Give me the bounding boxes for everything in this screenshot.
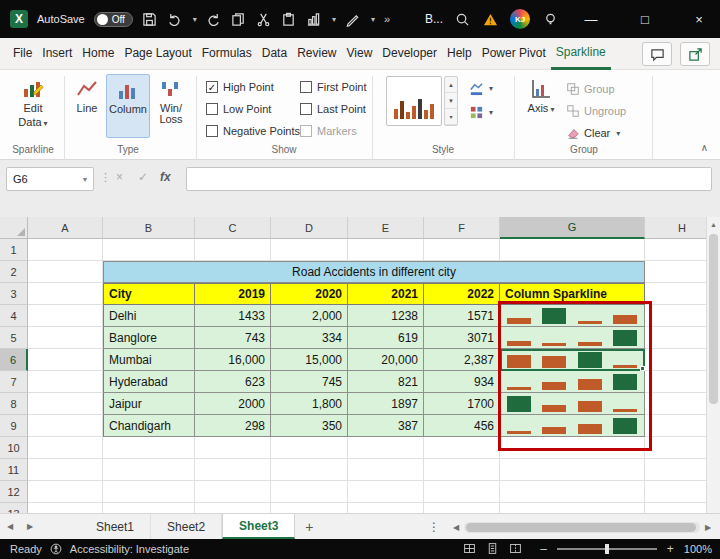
cell-value-D6[interactable]: 15,000 [271,349,348,371]
column-header-G[interactable]: G [500,217,645,239]
sheet-tab-sheet2[interactable]: Sheet2 [151,514,222,539]
accessibility-status[interactable]: Accessibility: Investigate [70,543,189,555]
cell-value-C6[interactable]: 16,000 [195,349,271,371]
redo-icon[interactable] [206,11,222,27]
zoom-level[interactable]: 100% [684,543,712,555]
paste-icon[interactable] [281,11,297,27]
page-break-view-icon[interactable] [509,542,522,557]
cell-city-Chandigarh[interactable]: Chandigarh [103,415,195,437]
cell-G12[interactable] [500,481,645,503]
header-column-sparkline[interactable]: Column Sparkline [500,283,645,305]
cell-C1[interactable] [195,239,271,261]
cell-sparkline-Hyderabad[interactable] [500,371,645,393]
vertical-scroll-thumb[interactable] [709,234,718,404]
cell-value-E9[interactable]: 387 [348,415,424,437]
cell-value-D8[interactable]: 1,800 [271,393,348,415]
zoom-out-icon[interactable]: – [540,542,547,556]
line-sparkline-button[interactable]: Line [70,74,104,138]
header-year-2022[interactable]: 2022 [424,283,500,305]
cell-B12[interactable] [103,481,195,503]
zoom-slider[interactable] [557,548,657,550]
sheet-nav-prev-icon[interactable]: ◀ [0,514,20,539]
cell-A9[interactable] [28,415,103,437]
tab-formulas[interactable]: Formulas [197,38,257,70]
column-sparkline-button[interactable]: Column [106,74,150,138]
cell-city-Delhi[interactable]: Delhi [103,305,195,327]
sheet-nav-next-icon[interactable]: ▶ [20,514,40,539]
cell-A1[interactable] [28,239,103,261]
cell-C10[interactable] [195,437,271,459]
autosave-toggle[interactable]: Off [94,12,133,27]
cell-G11[interactable] [500,459,645,481]
worksheet-grid[interactable]: ABCDEFGH 12Road Accidents in different c… [0,217,720,513]
tab-review[interactable]: Review [292,38,341,70]
comments-button[interactable] [642,42,672,66]
warning-icon[interactable] [482,11,498,27]
cell-A12[interactable] [28,481,103,503]
cell-value-F9[interactable]: 456 [424,415,500,437]
scroll-left-icon[interactable]: ◀ [450,523,462,532]
vertical-scrollbar[interactable]: ▲ [706,217,720,513]
tab-view[interactable]: View [342,38,378,70]
cell-A6[interactable] [28,349,103,371]
gallery-more-icon[interactable]: ▾ [445,109,457,125]
cell-E11[interactable] [348,459,424,481]
scroll-up-icon[interactable]: ▲ [707,217,720,232]
cell-A7[interactable] [28,371,103,393]
cell-city-Banglore[interactable]: Banglore [103,327,195,349]
cell-G10[interactable] [500,437,645,459]
cell-value-F6[interactable]: 2,387 [424,349,500,371]
cell-A2[interactable] [28,261,103,283]
cell-C12[interactable] [195,481,271,503]
minimize-button[interactable]: — [570,0,612,38]
cancel-formula-icon[interactable]: × [116,170,123,184]
page-layout-view-icon[interactable] [486,542,499,557]
header-city[interactable]: City [103,283,195,305]
cell-E12[interactable] [348,481,424,503]
cell-A3[interactable] [28,283,103,305]
cell-value-C4[interactable]: 1433 [195,305,271,327]
row-header-7[interactable]: 7 [0,371,28,393]
cell-D12[interactable] [271,481,348,503]
cell-value-D5[interactable]: 334 [271,327,348,349]
header-year-2019[interactable]: 2019 [195,283,271,305]
cell-G1[interactable] [500,239,645,261]
cell-sparkline-Chandigarh[interactable] [500,415,645,437]
cell-sparkline-Jaipur[interactable] [500,393,645,415]
undo-caret-icon[interactable]: ▾ [193,15,197,24]
row-header-13[interactable]: 13 [0,503,28,513]
cell-value-D4[interactable]: 2,000 [271,305,348,327]
cell-value-C7[interactable]: 623 [195,371,271,393]
cell-C11[interactable] [195,459,271,481]
zoom-slider-thumb[interactable] [605,544,609,554]
select-all-corner[interactable] [0,217,28,239]
cell-C13[interactable] [195,503,271,513]
sparkline-color-button[interactable]: ▾ [466,78,496,98]
fill-handle[interactable] [640,366,645,371]
tab-insert[interactable]: Insert [37,38,77,70]
sheet-more-icon[interactable]: ⋮ [428,514,440,540]
cut-icon[interactable] [256,11,272,27]
row-header-9[interactable]: 9 [0,415,28,437]
cell-value-E5[interactable]: 619 [348,327,424,349]
cell-value-F8[interactable]: 1700 [424,393,500,415]
copy-icon[interactable] [231,11,247,27]
cell-A13[interactable] [28,503,103,513]
share-button[interactable] [680,42,710,66]
cell-A11[interactable] [28,459,103,481]
column-header-B[interactable]: B [103,217,195,239]
cell-value-E8[interactable]: 1897 [348,393,424,415]
column-header-A[interactable]: A [28,217,103,239]
user-avatar[interactable]: KJ [510,9,530,29]
cell-sparkline-Delhi[interactable] [500,305,645,327]
header-year-2020[interactable]: 2020 [271,283,348,305]
pen-caret-icon[interactable]: ▾ [371,15,375,24]
first-point-checkbox[interactable]: First Point [300,80,367,94]
sheet-tab-sheet1[interactable]: Sheet1 [80,514,151,539]
cell-city-Jaipur[interactable]: Jaipur [103,393,195,415]
cell-value-C5[interactable]: 743 [195,327,271,349]
enter-formula-icon[interactable]: ✓ [138,170,148,184]
horizontal-scroll-thumb[interactable] [466,523,696,532]
cell-F12[interactable] [424,481,500,503]
row-header-3[interactable]: 3 [0,283,28,305]
